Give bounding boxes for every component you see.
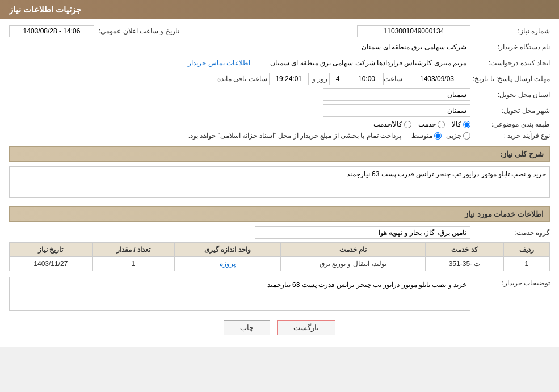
back-button[interactable]: بازگشت: [277, 320, 335, 335]
announcement-label: تاریخ و ساعت اعلان عمومی:: [94, 27, 179, 35]
category-row: طبقه بندی موضوعی: کالا خدمت کالا/خدمت: [9, 120, 550, 128]
table-row: 1ت -35-351تولید، انتقال و توزیع برقپروژه…: [10, 257, 550, 271]
process-option-mutavasset[interactable]: متوسط: [411, 132, 442, 140]
category-label-kala-khadamat: کالا/خدمت: [373, 120, 402, 128]
deadline-remaining-value: 19:24:01: [269, 73, 309, 85]
table-cell-5: 1403/11/27: [10, 257, 93, 271]
deadline-time-label: ساعت: [384, 75, 402, 83]
print-button[interactable]: چاپ: [224, 320, 270, 335]
deadline-time-value: 10:00: [350, 73, 384, 85]
col-header-quantity: تعداد / مقدار: [92, 243, 175, 257]
table-cell-4: 1: [92, 257, 175, 271]
description-box-wrapper: [9, 166, 550, 200]
need-number-row: شماره نیاز: 1103001049000134 تاریخ و ساع…: [9, 25, 550, 37]
process-label-mutavasset: متوسط: [411, 132, 432, 140]
category-radio-kala-khadamat[interactable]: [404, 121, 411, 128]
category-label-kala: کالا: [452, 120, 461, 128]
city-row: شهر محل تحویل: سمنان: [9, 104, 550, 117]
need-number-label: شماره نیاز:: [470, 27, 550, 35]
services-section-title: اطلاعات خدمات مورد نیاز: [9, 206, 550, 222]
province-value: سمنان: [323, 88, 470, 101]
creator-row: ایجاد کننده درخواست: مریم منیری کارشناس …: [9, 57, 550, 69]
process-label-jozyi: جزیی: [446, 132, 461, 140]
buyer-desc-value: خرید و نصب تابلو موتور درایور تب چنجر تر…: [267, 281, 466, 289]
col-header-unit: واحد اندازه گیری: [175, 243, 280, 257]
creator-value: مریم منیری کارشناس قراردادها شرکت سهامی …: [255, 57, 470, 69]
table-cell-0: 1: [503, 257, 549, 271]
col-header-row-num: ردیف: [503, 243, 549, 257]
category-label: طبقه بندی موضوعی:: [470, 120, 550, 128]
contact-link[interactable]: اطلاعات تماس خریدار: [188, 59, 250, 67]
table-cell-1: ت -35-351: [426, 257, 503, 271]
announcement-value: 1403/08/28 - 14:06: [9, 25, 94, 37]
category-radio-kala[interactable]: [463, 121, 470, 128]
page-header: جزئیات اطلاعات نیاز: [0, 0, 559, 19]
table-cell-3[interactable]: پروژه: [175, 257, 280, 271]
page-title: جزئیات اطلاعات نیاز: [9, 5, 81, 14]
deadline-days-value: 4: [329, 73, 346, 85]
services-table: ردیف کد خدمت نام خدمت واحد اندازه گیری ت…: [9, 242, 550, 271]
description-box[interactable]: [9, 166, 550, 198]
description-section-title: شرح کلی نیاز:: [9, 146, 550, 162]
deadline-remaining-label: ساعت باقی مانده: [217, 75, 267, 83]
process-radio-mutavasset[interactable]: [434, 132, 442, 140]
category-option-khadamat[interactable]: خدمت: [418, 120, 445, 128]
buyer-desc-row: توضیحات خریدار: خرید و نصب تابلو موتور د…: [9, 277, 550, 311]
process-option-jozyi[interactable]: جزیی: [446, 132, 470, 140]
buttons-row: بازگشت چاپ: [9, 320, 550, 335]
col-header-service-code: کد خدمت: [426, 243, 503, 257]
category-label-khadamat: خدمت: [418, 120, 436, 128]
deadline-row: مهلت ارسال پاسخ: تا تاریخ: 1403/09/03 سا…: [9, 73, 550, 85]
deadline-label: مهلت ارسال پاسخ: تا تاریخ:: [468, 75, 550, 83]
province-row: استان محل تحویل: سمنان: [9, 88, 550, 101]
province-label: استان محل تحویل:: [470, 91, 550, 99]
process-label: نوع فرآیند خرید :: [470, 132, 550, 140]
process-note: پرداخت تمام یا بخشی از مبلغ خریدار از مح…: [188, 132, 401, 140]
category-option-kala[interactable]: کالا: [452, 120, 470, 128]
requester-value: شرکت سهامی برق منطقه ای سمنان: [255, 41, 470, 53]
process-row: نوع فرآیند خرید : جزیی متوسط پرداخت تمام…: [9, 132, 550, 140]
need-number-value: 1103001049000134: [357, 25, 470, 37]
requester-row: نام دستگاه خریدار: شرکت سهامی برق منطقه …: [9, 41, 550, 53]
process-radio-jozyi[interactable]: [463, 132, 470, 140]
service-group-value: تامین برق، گاز، بخار و تهویه هوا: [255, 226, 470, 239]
category-radio-group: کالا خدمت کالا/خدمت: [373, 120, 470, 128]
col-header-service-name: نام خدمت: [280, 243, 426, 257]
col-header-date: تاریخ نیاز: [10, 243, 93, 257]
buyer-desc-box: خرید و نصب تابلو موتور درایور تب چنجر تر…: [9, 277, 470, 311]
service-group-row: گروه خدمت: تامین برق، گاز، بخار و تهویه …: [9, 226, 550, 239]
category-radio-khadamat[interactable]: [438, 121, 445, 128]
service-group-label: گروه خدمت:: [470, 229, 550, 237]
city-value: سمنان: [323, 104, 470, 117]
deadline-date: 1403/09/03: [406, 73, 468, 85]
creator-label: ایجاد کننده درخواست:: [470, 59, 550, 67]
category-option-kala-khadamat[interactable]: کالا/خدمت: [373, 120, 411, 128]
table-cell-2: تولید، انتقال و توزیع برق: [280, 257, 426, 271]
city-label: شهر محل تحویل:: [470, 107, 550, 115]
deadline-days-label: روز و: [312, 75, 327, 83]
process-radio-group: جزیی متوسط پرداخت تمام یا بخشی از مبلغ خ…: [188, 132, 470, 140]
requester-label: نام دستگاه خریدار:: [470, 43, 550, 51]
buyer-desc-label: توضیحات خریدار:: [470, 277, 550, 287]
